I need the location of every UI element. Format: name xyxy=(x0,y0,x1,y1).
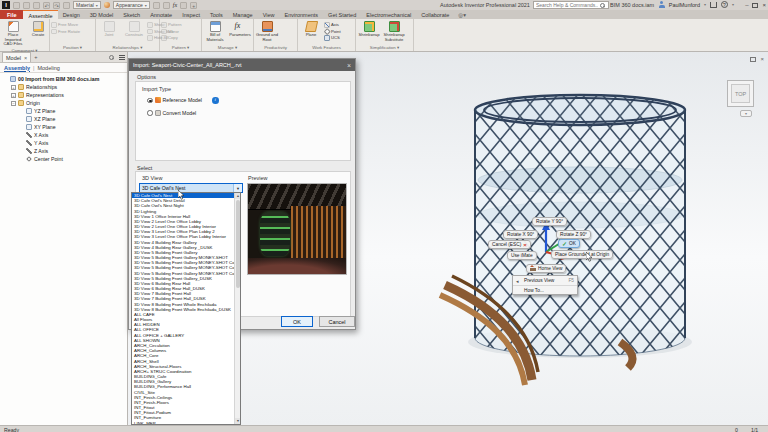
scroll-down-icon[interactable]: ▼ xyxy=(235,418,241,424)
view-option[interactable]: 3D View 5 Building Front Gallery MONEY-S… xyxy=(132,271,234,276)
tree-toggle[interactable]: + xyxy=(11,85,16,90)
adjust-icon[interactable] xyxy=(153,2,160,9)
parameters-fx-icon[interactable]: fx xyxy=(173,2,177,8)
tab-3d-model[interactable]: 3D Model xyxy=(85,10,119,19)
axis-button[interactable]: Axis xyxy=(324,22,341,28)
rotate-y-90-button[interactable]: Rotate Y 90° xyxy=(532,217,567,226)
browser-search-icon[interactable] xyxy=(109,55,114,60)
color-icon[interactable] xyxy=(163,2,170,9)
chevron-down-icon[interactable]: ▾ xyxy=(732,2,734,7)
browser-tab-close-icon[interactable]: × xyxy=(24,55,27,61)
ok-button[interactable]: ✓OK xyxy=(558,239,580,248)
point-button[interactable]: Point xyxy=(324,29,341,35)
chevron-down-icon[interactable]: ▾ xyxy=(704,2,706,7)
tab-electromechanical[interactable]: Electromechanical xyxy=(361,10,416,19)
tree-item-00-import-from-bim-360-docs-iam[interactable]: 00 Import from BIM 360 docs.iam xyxy=(0,75,127,83)
tab-manage[interactable]: Manage xyxy=(228,10,258,19)
minimize-button[interactable]: – xyxy=(745,2,748,8)
place-imported-cad-files-button[interactable]: Place Imported CAD Files xyxy=(1,20,25,47)
dialog-cancel-button[interactable]: Cancel xyxy=(319,316,355,327)
panel-label-manage[interactable]: Manage ▾ xyxy=(203,44,252,52)
cancel-esc-button[interactable]: Cancel (ESC)× xyxy=(488,240,531,249)
close-button[interactable]: × xyxy=(762,2,766,8)
inventor-logo-icon[interactable]: I xyxy=(2,1,10,9)
dialog-ok-button[interactable]: OK xyxy=(281,316,313,327)
dialog-titlebar[interactable]: Import: Seaport-Civic-Center_All_ARCH_.r… xyxy=(129,59,355,71)
bill-of-materials-button[interactable]: Bill of Materials xyxy=(203,20,227,42)
view-option[interactable]: 3D View 5 Building Front Gallery MONEY-S… xyxy=(132,265,234,270)
tree-item-xy-plane[interactable]: XY Plane xyxy=(0,123,127,131)
tab-collaborate[interactable]: Collaborate xyxy=(416,10,454,19)
doc-restore-button[interactable] xyxy=(750,57,756,62)
dropdown-scrollbar[interactable]: ▲ ▼ xyxy=(234,193,240,424)
view-option[interactable]: 3D View 3 Level One Office Plan Lobby In… xyxy=(132,234,234,239)
create-component-button[interactable]: Create xyxy=(26,20,50,38)
help-icon[interactable]: ? xyxy=(721,1,728,8)
tab-annotate[interactable]: Annotate xyxy=(145,10,177,19)
user-name[interactable]: PaulMunford xyxy=(669,2,700,8)
shrinkwrap-substitute-button[interactable]: Shrinkwrap Substitute xyxy=(382,20,406,42)
view-option[interactable]: LINK_MEP xyxy=(132,421,234,424)
place-grounded-at-origin-button[interactable]: Place Grounded at Origin xyxy=(551,250,613,259)
tree-item-x-axis[interactable]: X Axis xyxy=(0,131,127,139)
update-icon[interactable] xyxy=(63,2,70,9)
tab-inspect[interactable]: Inspect xyxy=(177,10,205,19)
tab-get-started[interactable]: Get Started xyxy=(323,10,361,19)
tab-modeling[interactable]: Modeling xyxy=(37,65,59,71)
new-file-icon[interactable] xyxy=(13,2,20,9)
cart-icon[interactable] xyxy=(710,2,717,8)
convert-model-radio[interactable]: Convert Model xyxy=(147,110,196,116)
browser-tab-model[interactable]: Model × xyxy=(2,52,31,62)
rotate-z-90-button[interactable]: Rotate Z 90° xyxy=(556,230,591,239)
tree-item-xz-plane[interactable]: XZ Plane xyxy=(0,115,127,123)
plane-button[interactable]: Plane xyxy=(299,20,323,38)
tree-toggle[interactable]: − xyxy=(11,101,16,106)
scroll-up-icon[interactable]: ▲ xyxy=(235,193,241,199)
ground-and-root-button[interactable]: Ground and Root xyxy=(255,20,279,42)
tree-item-z-axis[interactable]: Z Axis xyxy=(0,147,127,155)
plus-icon[interactable]: + xyxy=(190,2,197,9)
rotate-x-90-button[interactable]: Rotate X 90° xyxy=(503,230,538,239)
browser-add-tab-button[interactable]: + xyxy=(34,54,37,60)
panel-label-relationships[interactable]: Relationships ▾ xyxy=(97,44,158,52)
tab-environments[interactable]: Environments xyxy=(279,10,323,19)
menu-item-previous-view[interactable]: ◂Previous ViewF5 xyxy=(513,276,577,286)
ucs-button[interactable]: UCS xyxy=(324,35,341,41)
tree-toggle[interactable]: + xyxy=(11,93,16,98)
search-input[interactable] xyxy=(534,2,600,8)
appearance-select[interactable]: Appearance▾ xyxy=(113,1,150,9)
redo-icon[interactable]: ↷ xyxy=(53,2,60,9)
tab-view[interactable]: View xyxy=(258,10,280,19)
scrollbar-thumb[interactable] xyxy=(236,200,241,288)
menu-item-how-to[interactable]: How To... xyxy=(513,286,577,294)
reference-model-radio[interactable]: Reference Model i xyxy=(147,97,219,104)
undo-icon[interactable]: ↶ xyxy=(43,2,50,9)
material-select[interactable]: Material▾ xyxy=(73,1,101,9)
restore-button[interactable] xyxy=(752,3,758,8)
tree-item-y-axis[interactable]: Y Axis xyxy=(0,139,127,147)
tree-item-relationships[interactable]: +Relationships xyxy=(0,83,127,91)
panel-label-pattern[interactable]: Pattern ▾ xyxy=(161,44,200,52)
tab-sketch[interactable]: Sketch xyxy=(118,10,145,19)
tree-item-representations[interactable]: +Representations xyxy=(0,91,127,99)
tab-assemble[interactable]: Assemble xyxy=(23,10,57,19)
panel-label-position[interactable]: Position ▾ xyxy=(51,44,94,52)
panel-label-simplification[interactable]: Simplification ▾ xyxy=(357,44,412,52)
home-view-button[interactable]: Home View xyxy=(526,264,566,273)
tab-tools[interactable]: Tools xyxy=(205,10,228,19)
combo-dropdown-button[interactable]: ▼ xyxy=(233,184,242,192)
doc-close-button[interactable]: × xyxy=(760,56,764,62)
save-icon[interactable] xyxy=(33,2,40,9)
measure-icon[interactable] xyxy=(180,2,187,9)
parameters-button[interactable]: Parameters xyxy=(228,20,252,38)
dialog-close-icon[interactable]: × xyxy=(347,62,351,69)
info-icon[interactable]: i xyxy=(212,97,219,104)
ribbon-options-icon[interactable]: ◎▾ xyxy=(458,12,466,18)
browser-menu-icon[interactable] xyxy=(119,55,125,56)
tree-item-yz-plane[interactable]: YZ Plane xyxy=(0,107,127,115)
use-imate-button[interactable]: Use iMate xyxy=(507,251,537,260)
tab-file[interactable]: File xyxy=(0,10,23,19)
tree-item-origin[interactable]: −Origin xyxy=(0,99,127,107)
help-search-box[interactable] xyxy=(533,1,609,9)
tab-design[interactable]: Design xyxy=(58,10,85,19)
